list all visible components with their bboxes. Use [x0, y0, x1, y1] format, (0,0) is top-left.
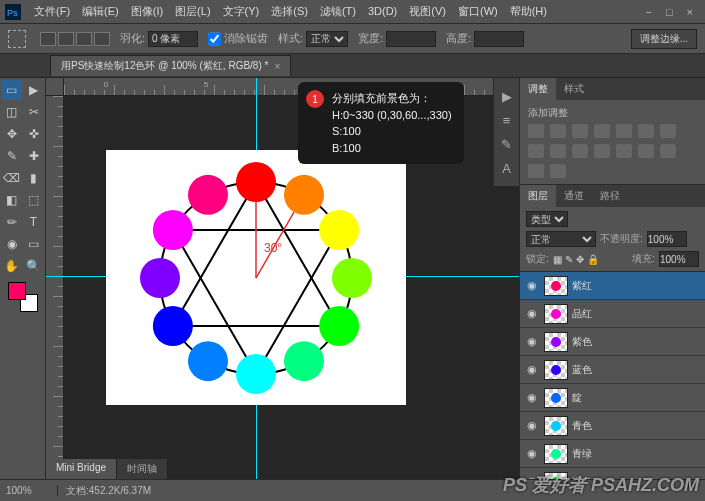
visibility-icon[interactable]: ◉ [524, 363, 540, 376]
layer-thumb [544, 416, 568, 436]
tool-button[interactable]: ✏ [2, 212, 22, 232]
layer-row[interactable]: ◉靛 [520, 384, 705, 412]
layer-filter-kind[interactable]: 类型 [526, 211, 568, 227]
tool-button[interactable]: ✜ [24, 124, 44, 144]
tool-button[interactable]: ✋ [2, 256, 22, 276]
tab-paths[interactable]: 路径 [592, 185, 628, 207]
tool-button[interactable]: ▮ [24, 168, 44, 188]
svg-point-10 [319, 210, 359, 250]
visibility-icon[interactable]: ◉ [524, 335, 540, 348]
menu-item[interactable]: 选择(S) [265, 5, 314, 17]
fill-input[interactable] [659, 251, 699, 267]
width-input[interactable] [386, 31, 436, 47]
feather-input[interactable] [148, 31, 198, 47]
tool-button[interactable]: ▭ [24, 234, 44, 254]
menu-item[interactable]: 窗口(W) [452, 5, 504, 17]
svg-point-14 [236, 354, 276, 394]
visibility-icon[interactable]: ◉ [524, 419, 540, 432]
ruler-corner [46, 78, 64, 96]
layer-row[interactable]: ◉青绿 [520, 440, 705, 468]
tool-button[interactable]: ◫ [2, 102, 22, 122]
win-max-icon[interactable]: □ [666, 6, 673, 18]
collapsed-panel-strip[interactable]: ▶ ≡ ✎ A [493, 78, 519, 186]
zoom-field[interactable]: 100% [0, 485, 58, 496]
tool-button[interactable]: ✚ [24, 146, 44, 166]
layer-row[interactable]: ◉蓝色 [520, 356, 705, 384]
layer-thumb [544, 360, 568, 380]
layers-header: 类型 正常 不透明度: 锁定: ▦✎✥🔒 填充: [520, 207, 705, 272]
tool-button[interactable]: ✎ [2, 146, 22, 166]
tab-styles[interactable]: 样式 [556, 78, 592, 100]
layer-name: 青色 [572, 419, 592, 433]
menu-item[interactable]: 3D(D) [362, 5, 403, 17]
visibility-icon[interactable]: ◉ [524, 279, 540, 292]
layer-thumb [544, 472, 568, 480]
status-bar: 100% 文档:452.2K/6.37M [0, 479, 705, 501]
adjustment-icons[interactable] [528, 124, 697, 178]
tool-button[interactable]: ◧ [2, 190, 22, 210]
antialias-checkbox[interactable]: 消除锯齿 [208, 31, 268, 47]
tab-timeline[interactable]: 时间轴 [117, 459, 168, 479]
tool-button[interactable]: ⌫ [2, 168, 22, 188]
tool-button[interactable]: ✥ [2, 124, 22, 144]
document-tab[interactable]: 用PS快速绘制12色环 @ 100% (紫红, RGB/8) * × [50, 55, 291, 76]
close-icon[interactable]: × [274, 61, 280, 72]
width-label: 宽度: [358, 31, 383, 46]
style-select[interactable]: 正常 [306, 31, 348, 47]
layer-row[interactable]: ◉紫红 [520, 272, 705, 300]
visibility-icon[interactable]: ◉ [524, 307, 540, 320]
svg-text:30°: 30° [264, 241, 282, 255]
menu-item[interactable]: 视图(V) [403, 5, 452, 17]
tool-button[interactable]: ✂ [24, 102, 44, 122]
svg-point-11 [332, 258, 372, 298]
visibility-icon[interactable]: ◉ [524, 391, 540, 404]
height-input[interactable] [474, 31, 524, 47]
tool-button[interactable]: ⬚ [24, 190, 44, 210]
adjustments-panel: 添加调整 [520, 100, 705, 185]
marquee-tool-icon[interactable] [8, 30, 26, 48]
bottom-panel-tabs: Mini Bridge 时间轴 [46, 459, 168, 479]
refine-edge-button[interactable]: 调整边缘... [631, 29, 697, 49]
svg-point-16 [153, 306, 193, 346]
layer-row[interactable]: ◉紫色 [520, 328, 705, 356]
blend-mode-select[interactable]: 正常 [526, 231, 596, 247]
svg-point-17 [140, 258, 180, 298]
menu-item[interactable]: 文件(F) [28, 5, 76, 17]
color-wheel-art: 30° [106, 150, 406, 405]
layer-name: 紫红 [572, 279, 592, 293]
color-swatches[interactable] [8, 282, 38, 312]
svg-point-12 [319, 306, 359, 346]
tool-button[interactable]: 🔍 [24, 256, 44, 276]
tab-layers[interactable]: 图层 [520, 185, 556, 207]
tool-button[interactable]: T [24, 212, 44, 232]
menu-item[interactable]: 文字(Y) [217, 5, 266, 17]
step-badge: 1 [306, 90, 324, 108]
win-close-icon[interactable]: × [687, 6, 693, 18]
tab-adjustments[interactable]: 调整 [520, 78, 556, 100]
tool-button[interactable]: ▭ [2, 80, 22, 100]
layer-row[interactable]: ◉绿色 [520, 468, 705, 479]
tab-minibridge[interactable]: Mini Bridge [46, 459, 117, 479]
tab-channels[interactable]: 通道 [556, 185, 592, 207]
height-label: 高度: [446, 31, 471, 46]
tool-button[interactable]: ◉ [2, 234, 22, 254]
menu-item[interactable]: 图像(I) [125, 5, 169, 17]
layer-row[interactable]: ◉品红 [520, 300, 705, 328]
opacity-input[interactable] [647, 231, 687, 247]
win-min-icon[interactable]: − [645, 6, 651, 18]
visibility-icon[interactable]: ◉ [524, 447, 540, 460]
menu-item[interactable]: 图层(L) [169, 5, 216, 17]
lock-icons[interactable]: ▦✎✥🔒 [553, 254, 599, 265]
history-icon: ▶ [499, 88, 515, 104]
menu-item[interactable]: 滤镜(T) [314, 5, 362, 17]
ruler-vertical[interactable] [46, 96, 64, 479]
menu-item[interactable]: 编辑(E) [76, 5, 125, 17]
layer-row[interactable]: ◉青色 [520, 412, 705, 440]
selection-mode-buttons[interactable] [40, 32, 110, 46]
tool-button[interactable]: ▶ [24, 80, 44, 100]
foreground-swatch[interactable] [8, 282, 26, 300]
canvas[interactable]: 30° [106, 150, 406, 405]
svg-text:Ps: Ps [7, 8, 18, 18]
menu-item[interactable]: 帮助(H) [504, 5, 553, 17]
style-label: 样式: [278, 31, 303, 46]
